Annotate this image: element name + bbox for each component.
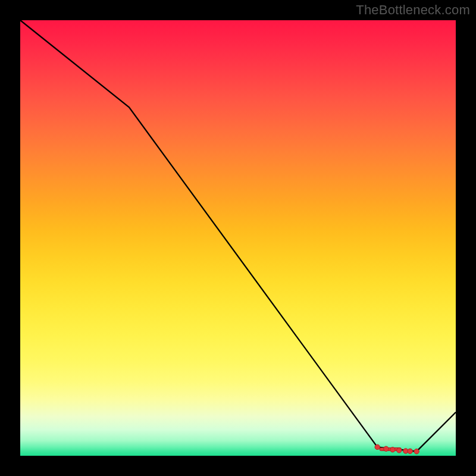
plot-area [20,20,456,456]
marker-dot [414,449,419,453]
chart-overlay [20,20,456,456]
watermark-text: TheBottleneck.com [356,2,470,18]
marker-dot [390,447,395,452]
chart-frame: TheBottleneck.com [0,0,476,476]
marker-dot [397,448,402,453]
marker-dot [384,446,389,451]
marker-dot [375,444,380,449]
marker-dot [408,449,412,453]
data-line [20,20,456,452]
